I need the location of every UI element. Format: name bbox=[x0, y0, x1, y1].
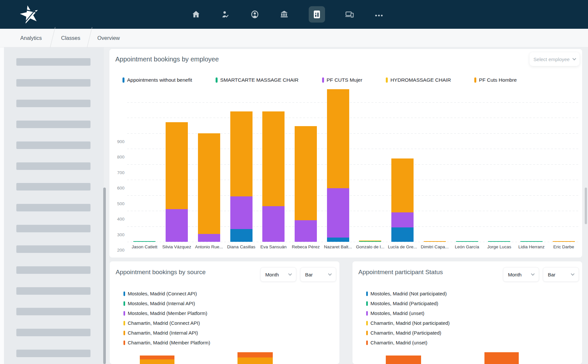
bar-segment bbox=[262, 111, 285, 206]
x-tick-label: Lucía de Gre... bbox=[388, 244, 417, 249]
skeleton-bar bbox=[16, 225, 90, 232]
source-period-dropdown[interactable]: Month bbox=[260, 267, 296, 282]
stacked-bar-gonzalo-de-l-[interactable] bbox=[359, 240, 381, 242]
legend-color-marker bbox=[123, 291, 125, 296]
skeleton-bar bbox=[16, 100, 90, 107]
legend-item[interactable]: PF CUTS Mujer bbox=[322, 77, 362, 83]
legend-color-marker bbox=[122, 77, 124, 83]
breadcrumb-analytics[interactable]: Analytics bbox=[20, 29, 42, 47]
legend-item[interactable]: SMARTCARTE MASSAGE CHAIR bbox=[216, 77, 299, 83]
chevron-down-icon bbox=[572, 57, 576, 60]
bar-segment bbox=[391, 227, 414, 242]
gridline bbox=[127, 211, 580, 211]
stacked-bar-lidia-herranz[interactable] bbox=[520, 241, 543, 242]
legend-item[interactable]: Mostoles, Madrid (Connect API) bbox=[123, 291, 210, 296]
stacked-bar-le-n-garc-a[interactable] bbox=[456, 241, 478, 242]
participant-chart-type-dropdown[interactable]: Bar bbox=[543, 267, 579, 282]
legend-item[interactable]: Mostoles, Madrid (Not participated) bbox=[366, 291, 450, 296]
legend-item[interactable]: Chamartin, Madrid (Participated) bbox=[366, 330, 450, 336]
bar-segment bbox=[262, 206, 285, 242]
select-employee-label: Select employee bbox=[533, 57, 570, 62]
source-chart-legend: Mostoles, Madrid (Connect API)Mostoles, … bbox=[123, 291, 210, 345]
analytics-icon-active[interactable] bbox=[309, 6, 325, 23]
legend-color-marker bbox=[366, 291, 368, 296]
more-ellipsis-icon[interactable] bbox=[374, 9, 384, 19]
bar-segment bbox=[237, 357, 273, 364]
breadcrumb-separator bbox=[87, 27, 92, 49]
source-chart-type-dropdown[interactable]: Bar bbox=[300, 267, 336, 282]
y-tick-label: 400 bbox=[109, 217, 124, 222]
legend-item[interactable]: Chamartin, Madrid (unset) bbox=[366, 340, 450, 345]
participant-chart-legend: Mostoles, Madrid (Not participated)Mosto… bbox=[366, 291, 450, 345]
source-period-value: Month bbox=[265, 272, 279, 277]
breadcrumb-overview[interactable]: Overview bbox=[97, 29, 120, 47]
x-tick-label: Silvia Vázquez bbox=[162, 244, 191, 249]
legend-color-marker bbox=[123, 321, 125, 325]
bar-segment bbox=[198, 234, 220, 242]
bookings-by-source-card: Appointment bookings by source Month Bar… bbox=[110, 261, 339, 364]
legend-color-marker bbox=[366, 321, 368, 325]
partial-bar[interactable] bbox=[484, 352, 519, 364]
breadcrumb: Analytics Classes Overview bbox=[0, 29, 588, 47]
skeleton-bar bbox=[16, 350, 90, 357]
stacked-bar-nazaret-balt-[interactable] bbox=[327, 89, 349, 242]
x-tick-label: Gonzalo de l... bbox=[356, 244, 384, 249]
employee-chart-legend: Appointments without benefitSMARTCARTE M… bbox=[122, 77, 517, 83]
stacked-bar-diana-casillas[interactable] bbox=[230, 111, 253, 242]
participant-period-dropdown[interactable]: Month bbox=[503, 267, 539, 282]
legend-item[interactable]: Chamartin, Madrid (Not participated) bbox=[366, 320, 450, 326]
bar-segment bbox=[456, 241, 478, 242]
legend-item[interactable]: Mostoles, Madrid (Internal API) bbox=[123, 301, 210, 306]
home-icon[interactable] bbox=[191, 9, 201, 19]
skeleton-bar bbox=[16, 308, 90, 315]
legend-label: Chamartin, Madrid (Participated) bbox=[370, 330, 441, 336]
facility-bank-icon[interactable] bbox=[279, 9, 289, 19]
legend-label: PF CUTS Mujer bbox=[327, 77, 362, 83]
stacked-bar-dimitri-capa-[interactable] bbox=[424, 241, 446, 242]
select-employee-dropdown[interactable]: Select employee bbox=[530, 52, 580, 66]
partial-bar[interactable] bbox=[386, 356, 421, 364]
stacked-bar-eva-sansu-n[interactable] bbox=[262, 111, 285, 242]
y-tick-label: 200 bbox=[109, 248, 124, 253]
sidebar-scrollbar[interactable] bbox=[103, 188, 106, 364]
legend-item[interactable]: Chamartin, Madrid (Member Platform) bbox=[123, 340, 210, 345]
stacked-bar-eric-darbe[interactable] bbox=[553, 241, 575, 242]
trainer-check-icon[interactable] bbox=[220, 9, 230, 19]
window-scrollbar[interactable] bbox=[585, 188, 587, 224]
devices-icon[interactable] bbox=[345, 9, 354, 19]
bar-segment bbox=[237, 352, 273, 357]
chevron-down-icon bbox=[288, 272, 292, 275]
legend-label: Mostoles, Madrid (Participated) bbox=[370, 301, 438, 306]
skeleton-bar bbox=[16, 329, 90, 336]
partial-bar[interactable] bbox=[237, 352, 273, 364]
stacked-bar-luc-a-de-gre-[interactable] bbox=[391, 158, 414, 242]
legend-color-marker bbox=[123, 301, 125, 306]
stacked-bar-silvia-v-zquez[interactable] bbox=[166, 122, 188, 242]
stacked-bar-jorge-lucas[interactable] bbox=[488, 241, 510, 242]
legend-label: Chamartin, Madrid (Member Platform) bbox=[128, 340, 210, 345]
x-tick-label: Dimitri Capa... bbox=[421, 244, 449, 249]
partial-bar[interactable] bbox=[140, 356, 174, 364]
stacked-bar-jason-catlett[interactable] bbox=[133, 241, 155, 242]
legend-item[interactable]: Chamartin, Madrid (Connect API) bbox=[123, 320, 210, 326]
stacked-bar-rebeca-p-rez[interactable] bbox=[295, 126, 317, 242]
legend-item[interactable]: Appointments without benefit bbox=[122, 77, 192, 83]
legend-item[interactable]: HYDROMASSAGE CHAIR bbox=[386, 77, 451, 83]
legend-item[interactable]: Mostoles, Madrid (unset) bbox=[366, 310, 450, 316]
breadcrumb-classes[interactable]: Classes bbox=[61, 29, 80, 47]
legend-color-marker bbox=[474, 77, 476, 83]
legend-item[interactable]: PF Cuts Hombre bbox=[474, 77, 516, 83]
x-tick-label: Jorge Lucas bbox=[487, 244, 511, 249]
legend-label: Mostoles, Madrid (Not participated) bbox=[370, 291, 447, 296]
profile-icon[interactable] bbox=[250, 9, 260, 19]
legend-item[interactable]: Mostoles, Madrid (Participated) bbox=[366, 301, 450, 306]
brand-star-logo[interactable] bbox=[17, 2, 42, 27]
stacked-bar-antonio-rue-[interactable] bbox=[198, 133, 220, 242]
gridline bbox=[127, 133, 580, 134]
legend-label: HYDROMASSAGE CHAIR bbox=[390, 77, 451, 83]
legend-item[interactable]: Mostoles, Madrid (Member Platform) bbox=[123, 310, 210, 316]
x-tick-label: Lidia Herranz bbox=[518, 244, 545, 249]
bar-segment bbox=[520, 241, 543, 242]
chevron-down-icon bbox=[571, 272, 574, 275]
legend-item[interactable]: Chamartin, Madrid (Internal API) bbox=[123, 330, 210, 336]
